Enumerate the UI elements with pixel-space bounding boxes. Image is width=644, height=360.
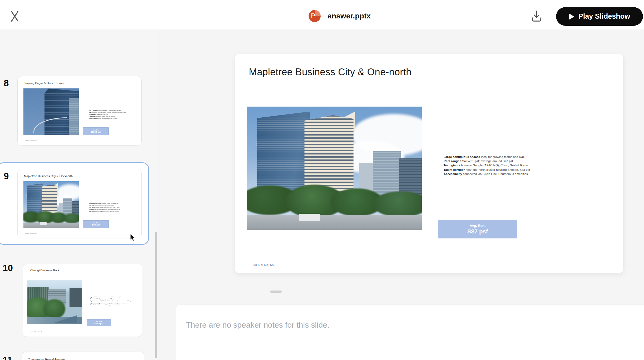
slide-10-thumb-rent-box: Avg. Rent S$6.5 psf [87,319,111,326]
slide-10-thumb-citations: [30] [31] [32] [33] [30,331,42,332]
slide-photo [247,107,422,230]
slide-8-thumb-rent-box: Avg. Rent S$13.5 psf [83,127,109,135]
avg-rent-callout: Avg. Rent S$7 psf [438,220,517,238]
slide-10-number: 10 [3,263,13,273]
slide-9-thumbnail[interactable]: Mapletree Business City & One-north Larg… [17,169,142,238]
play-icon [569,13,574,20]
slide-8-thumb-photo [23,88,79,135]
slide-9-thumb-title: Mapletree Business City & One-north [24,174,73,178]
slide-11-thumb-title: Comparative Rental Analysis [28,358,65,360]
slide-9-thumb-text: Large contiguous spaces ideal for growin… [88,202,142,212]
slide-10-thumbnail[interactable]: Changi Business Park High-tech & finance… [23,264,142,337]
slide-10-thumb-text: High-tech & finance cluster with softwar… [89,296,142,306]
slide-citations: [26] [27] [28] [29] [252,263,275,266]
close-button[interactable] [9,11,21,23]
powerpoint-icon-letter: P [311,12,315,19]
speaker-notes-panel[interactable]: There are no speaker notes for this slid… [176,305,644,360]
close-icon [10,11,20,22]
slide-9-number: 9 [4,171,9,181]
avg-rent-label: Avg. Rent [438,224,517,228]
slide-8-thumb-text: Tech & media hub popular among tech, med… [88,109,142,119]
notes-resize-handle[interactable] [270,291,282,293]
slide-9-thumb-citations: [26] [27] [28] [29] [25,232,37,234]
slide-8-thumbnail[interactable]: Tanjong Pagar & Guoco Tower Tech & media… [17,76,142,146]
powerpoint-icon: P [309,10,321,22]
pptx-preview-window: P answer.pptx Play Slideshow 8 Tanjong P… [0,0,644,360]
slide-9-thumb-photo [23,181,79,228]
mouse-cursor [130,234,137,243]
play-slideshow-button[interactable]: Play Slideshow [556,7,643,26]
document-title: answer.pptx [328,12,371,20]
slide-8-thumb-title: Tanjong Pagar & Guoco Tower [24,82,64,85]
slide-11-thumbnail[interactable]: Comparative Rental Analysis Average Rent… [22,352,144,360]
slide-8-number: 8 [4,78,9,88]
slide-9-thumb-rent-box: Avg. Rent S$7 psf [83,220,109,228]
slide-title: Mapletree Business City & One-north [249,67,412,78]
slide-thumbnail-sidebar: 8 Tanjong Pagar & Guoco Tower Tech & med… [0,29,158,360]
slide-8-thumb-citations: [22] [23] [24] [25] [25,139,37,141]
play-slideshow-label: Play Slideshow [578,12,630,21]
download-icon [531,10,543,23]
avg-rent-value: S$7 psf [438,228,517,235]
document-title-group: P answer.pptx [309,10,371,22]
speaker-notes-placeholder: There are no speaker notes for this slid… [186,321,329,329]
slide-10-thumb-title: Changi Business Park [30,269,59,272]
top-toolbar: P answer.pptx Play Slideshow [0,0,644,29]
download-button[interactable] [530,9,543,24]
sidebar-scrollbar[interactable] [155,232,157,358]
slide-bullet-list: Large contiguous spaces ideal for growin… [441,155,547,176]
slide-11-number: 11 [3,355,12,360]
current-slide-canvas: Mapletree Business City & One-north Larg… [235,54,623,273]
slide-10-thumb-photo [27,280,82,324]
